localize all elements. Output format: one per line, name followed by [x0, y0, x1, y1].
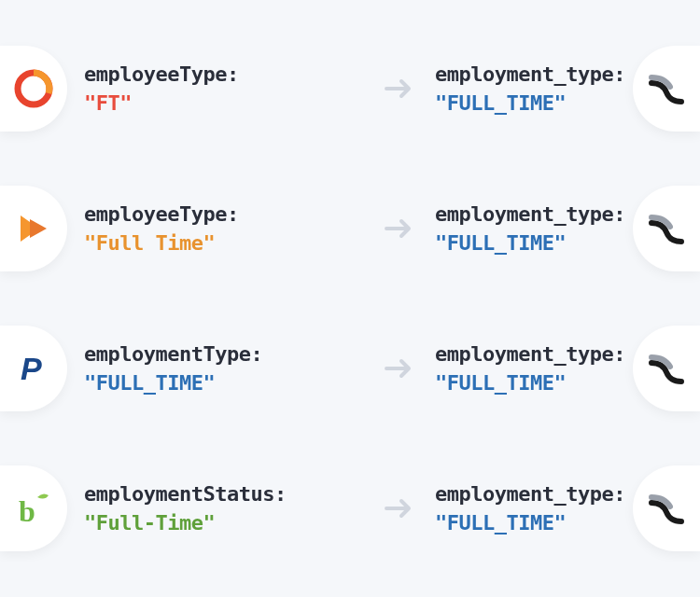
source-code: employmentStatus: "Full-Time" — [84, 482, 287, 535]
target-badge — [633, 465, 700, 551]
target-code: employment_type: "FULL_TIME" — [435, 482, 625, 535]
source-badge — [0, 46, 67, 132]
mapping-row: employeeType: "Full Time" employment_typ… — [0, 177, 700, 280]
p-logo-icon: P — [13, 348, 54, 389]
source-key: employeeType: — [84, 202, 239, 226]
target-key: employment_type: — [435, 202, 625, 226]
target-code: employment_type: "FULL_TIME" — [435, 62, 625, 115]
arrow-icon — [385, 357, 418, 380]
source-value: "FULL_TIME" — [84, 371, 262, 395]
merge-logo-icon — [646, 348, 687, 389]
target-badge — [633, 326, 700, 411]
target-badge — [633, 186, 700, 271]
source-key: employmentStatus: — [84, 482, 287, 506]
bamboo-logo-icon: b — [13, 488, 54, 529]
source-code: employeeType: "FT" — [84, 62, 239, 115]
svg-text:b: b — [19, 494, 35, 528]
source-value: "FT" — [84, 91, 239, 115]
arrow-icon — [385, 497, 418, 520]
target-key: employment_type: — [435, 482, 625, 506]
target-value: "FULL_TIME" — [435, 511, 625, 535]
target-key: employment_type: — [435, 342, 625, 366]
target-badge — [633, 46, 700, 132]
source-badge: P — [0, 326, 67, 411]
target-value: "FULL_TIME" — [435, 231, 625, 255]
mapping-row: P employmentType: "FULL_TIME" employment… — [0, 317, 700, 420]
source-key: employmentType: — [84, 342, 262, 366]
source-value: "Full-Time" — [84, 511, 287, 535]
source-badge: b — [0, 465, 67, 551]
source-code: employmentType: "FULL_TIME" — [84, 342, 262, 395]
target-value: "FULL_TIME" — [435, 91, 625, 115]
merge-logo-icon — [646, 488, 687, 529]
source-badge — [0, 186, 67, 271]
source-value: "Full Time" — [84, 231, 239, 255]
target-code: employment_type: "FULL_TIME" — [435, 342, 625, 395]
source-key: employeeType: — [84, 62, 239, 86]
arrow-icon — [385, 217, 418, 240]
mapping-row: b employmentStatus: "Full-Time" employme… — [0, 457, 700, 560]
source-code: employeeType: "Full Time" — [84, 202, 239, 255]
target-key: employment_type: — [435, 62, 625, 86]
arrow-icon — [385, 77, 418, 100]
merge-logo-icon — [646, 68, 687, 109]
svg-text:P: P — [21, 351, 42, 386]
target-value: "FULL_TIME" — [435, 371, 625, 395]
target-code: employment_type: "FULL_TIME" — [435, 202, 625, 255]
circle-logo-icon — [13, 68, 54, 109]
merge-logo-icon — [646, 208, 687, 249]
arrow-logo-icon — [13, 208, 54, 249]
mapping-row: employeeType: "FT" employment_type: "FUL… — [0, 37, 700, 140]
